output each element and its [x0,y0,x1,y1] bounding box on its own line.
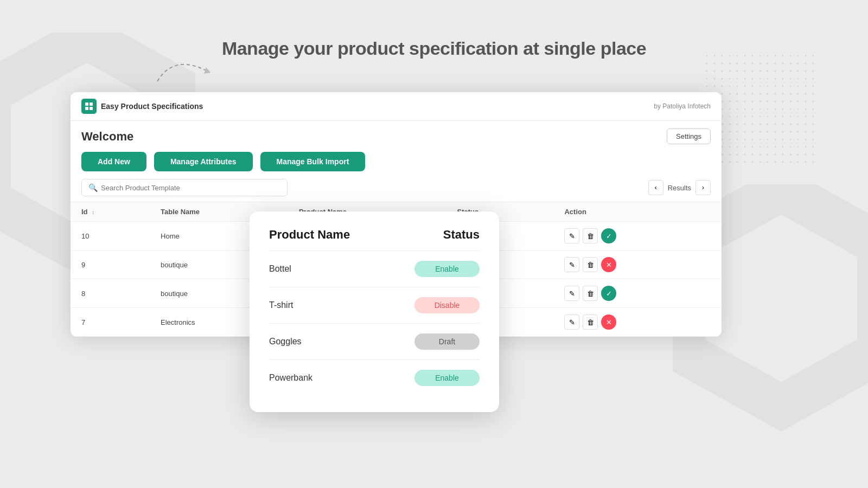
cell-id: 8 [71,279,150,308]
delete-button[interactable]: 🗑 [583,228,598,243]
cell-action: ✎ 🗑 ✕ [553,251,722,279]
status-badge: Disable [414,297,480,313]
svg-rect-7 [85,107,88,110]
popup-product-row: Goggles Draft [269,324,480,360]
brand-name: Easy Product Specifications [101,102,203,111]
results-label: Results [668,184,691,192]
cell-action: ✎ 🗑 ✓ [553,222,722,251]
add-new-button[interactable]: Add New [81,152,146,171]
status-badge: Draft [414,333,480,350]
delete-button[interactable]: 🗑 [583,257,598,272]
popup-product-row: Powerbank Enable [269,360,480,396]
status-badge: Enable [414,370,480,386]
reject-button[interactable]: ✕ [601,314,616,330]
hero-title: Manage your product specification at sin… [222,38,646,59]
background: Manage your product specification at sin… [0,0,868,488]
brand-icon [81,99,97,114]
app-toolbar: Welcome Settings [71,121,722,152]
search-icon: 🔍 [88,183,98,192]
confirm-button[interactable]: ✓ [601,286,616,301]
pagination-prev-button[interactable]: ‹ [648,180,663,195]
arrow-decoration [152,43,217,98]
cell-id: 9 [71,251,150,279]
popup-product-row: Bottel Enable [269,251,480,287]
cell-id: 7 [71,308,150,337]
popup-rows-container: Bottel Enable T-shirt Disable Goggles Dr… [269,251,480,396]
cell-action: ✎ 🗑 ✓ [553,279,722,308]
popup-product-name: Powerbank [269,373,312,383]
cell-action: ✎ 🗑 ✕ [553,308,722,337]
pagination-next-button[interactable]: › [695,180,711,195]
reject-button[interactable]: ✕ [601,257,616,272]
bg-dots [705,54,814,163]
popup-product-name: Goggles [269,337,302,346]
svg-rect-8 [90,107,93,110]
pagination-controls: ‹ Results › [648,180,711,195]
edit-button[interactable]: ✎ [564,228,579,243]
page-title: Welcome [81,130,133,144]
search-box[interactable]: 🔍 [81,179,288,196]
manage-attributes-button[interactable]: Manage Attributes [154,152,253,171]
col-header-id: Id ↕ [71,202,150,222]
sort-icon-id: ↕ [92,209,94,215]
popup-col-product-header: Product Name [269,228,350,242]
app-header: Easy Product Specifications by Patoliya … [71,92,722,121]
svg-rect-5 [85,102,88,106]
search-input[interactable] [101,184,280,192]
action-buttons-row: Add New Manage Attributes Manage Bulk Im… [71,152,722,179]
delete-button[interactable]: 🗑 [583,314,598,330]
popup-product-row: T-shirt Disable [269,287,480,324]
by-label: by Patoliya Infotech [654,102,711,110]
search-results-row: 🔍 ‹ Results › [71,179,722,202]
status-badge: Enable [414,261,480,277]
edit-button[interactable]: ✎ [564,257,579,272]
col-header-action: Action [553,202,722,222]
edit-button[interactable]: ✎ [564,314,579,330]
popup-product-name: Bottel [269,264,291,274]
svg-rect-3 [705,54,814,163]
popup-header-row: Product Name Status [269,228,480,251]
popup-card: Product Name Status Bottel Enable T-shir… [250,211,499,412]
delete-button[interactable]: 🗑 [583,286,598,301]
svg-rect-6 [90,102,93,106]
confirm-button[interactable]: ✓ [601,228,616,243]
popup-product-name: T-shirt [269,300,293,310]
app-brand: Easy Product Specifications [81,99,203,114]
manage-bulk-import-button[interactable]: Manage Bulk Import [260,152,366,171]
settings-button[interactable]: Settings [667,129,711,144]
popup-col-status-header: Status [443,228,480,242]
cell-id: 10 [71,222,150,251]
edit-button[interactable]: ✎ [564,286,579,301]
